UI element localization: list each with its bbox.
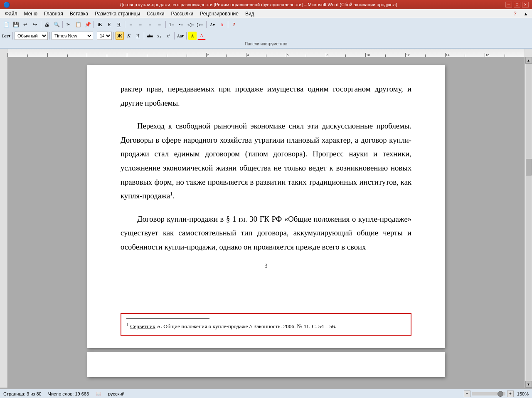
page-number: 3 [121,262,411,269]
cut-button[interactable]: ✂ [64,20,73,29]
vertical-scrollbar: ▲ ▼ [525,57,532,388]
font-select[interactable]: Times New [52,32,93,40]
title-bar-icon: 🔵 [3,2,10,8]
font-color-button[interactable]: A [217,20,227,29]
bullets-button[interactable]: •≡ [177,20,186,29]
footnote-author: Серветник [130,323,155,329]
toolbar-row-1: 📄 💾 ↩ ↪ 🖨 🔍 ✂ 📋 📌 Ж К Ч ≡ ≡ ≡ ≡ 1≡ •≡ ◁≡… [2,19,530,30]
maximize-button[interactable]: □ [514,2,520,7]
sep3 [94,21,94,28]
sep1 [41,21,41,28]
menu-references[interactable]: Ссылки [143,9,167,18]
menu-mailings[interactable]: Рассылки [167,9,197,18]
subscript-button[interactable]: x₁ [155,32,163,40]
menu-insert[interactable]: Вставка [66,9,92,18]
document-container[interactable]: рактер прав, передаваемых при продаже им… [7,57,525,388]
sep2 [62,21,63,28]
menu-review[interactable]: Рецензирование [197,9,242,18]
fsep2 [49,32,50,40]
align-center-button[interactable]: ≡ [136,20,145,29]
zoom-in-button[interactable]: + [507,391,514,397]
strikethrough-button[interactable]: abe [146,32,154,40]
fsep6 [174,32,175,40]
underline-button[interactable]: Ч [134,32,142,40]
print-button[interactable]: 🖨 [42,20,52,29]
highlight2-button[interactable]: A [188,32,197,40]
footnote-separator [126,318,209,319]
status-bar-right: − + 150% [464,391,529,397]
copy-button[interactable]: 📋 [74,20,83,29]
minimize-button[interactable]: ─ [505,2,512,7]
menu-menu[interactable]: Меню [21,9,41,18]
save-button[interactable]: 💾 [11,20,20,29]
case-button[interactable]: Aa▾ [176,32,185,40]
footnote-area: 1 Серветник А. Общие положения о купле-п… [121,313,411,336]
document-page: рактер прав, передаваемых при продаже им… [87,65,445,348]
paragraph-2: Переход к свободной рыночной экономике с… [121,119,411,203]
sep7 [228,21,228,28]
sep6 [206,21,207,28]
highlight-button[interactable]: A▾ [208,20,217,29]
italic-tb-button[interactable]: К [105,20,114,29]
superscript-button[interactable]: x² [164,32,172,40]
sep4 [125,21,125,28]
close-button[interactable]: ✕ [522,2,529,7]
menu-layout[interactable]: Разметка страницы [91,9,143,18]
word-count: Число слов: 19 663 [48,391,89,396]
size-select[interactable]: 14 [97,32,112,40]
help2-button[interactable]: ? [229,20,239,29]
page-status: Страница: 3 из 80 [3,391,42,396]
zoom-control: − + 150% [464,391,529,397]
status-bar: Страница: 3 из 80 Число слов: 19 663 📖 р… [0,389,532,398]
underline-tb-button[interactable]: Ч [114,20,123,29]
scroll-down-button[interactable]: ▼ [525,381,532,388]
style-select[interactable]: Обычный [15,32,48,40]
indent-decrease-button[interactable]: ◁≡ [186,20,195,29]
format-all-button[interactable]: Все▾ [2,31,11,40]
zoom-out-button[interactable]: − [464,391,470,397]
align-right-button[interactable]: ≡ [145,20,155,29]
title-bar-controls: ─ □ ✕ [505,2,529,7]
menu-view[interactable]: Вид [242,9,258,18]
bold-button[interactable]: Ж [116,32,124,40]
preview-button[interactable]: 🔍 [52,20,61,29]
fsep4 [113,32,114,40]
ruler-container: 24681012141618 [0,49,532,57]
zoom-slider[interactable] [472,392,505,396]
paste-button[interactable]: 📌 [83,20,92,29]
fsep3 [95,32,95,40]
new-button[interactable]: 📄 [2,20,11,29]
title-bar: 🔵 Договор купли-продажи, его разновиднос… [0,0,532,9]
paragraph-1: рактер прав, передаваемых при продаже им… [121,82,411,110]
title-bar-text: Договор купли-продажи, его разновидности… [12,2,505,7]
format-bar: Все▾ Обычный Times New 14 Ж К Ч abe x₁ x… [2,30,530,41]
vertical-ruler [0,57,7,388]
ruler-side [0,49,7,57]
italic-button[interactable]: К [125,32,133,40]
redo-button[interactable]: ↪ [30,20,39,29]
menu-home[interactable]: Главная [41,9,66,18]
help-button[interactable]: ? [510,9,520,18]
fsep1 [12,32,13,40]
align-justify-button[interactable]: ≡ [155,20,164,29]
undo-button[interactable]: ↩ [21,20,30,29]
font-color2-button[interactable]: A [197,32,206,40]
footnote-ref-1: 1 [170,191,172,197]
paragraph-3: Договор купли-продажи в § 1 гл. 30 ГК РФ… [121,212,411,254]
footnote-number: 1 [126,321,129,327]
scroll-up-button[interactable]: ▲ [525,57,532,64]
menu-file[interactable]: Файл [2,9,21,18]
fsep7 [186,32,187,40]
ribbon: 📄 💾 ↩ ↪ 🖨 🔍 ✂ 📋 📌 Ж К Ч ≡ ≡ ≡ ≡ 1≡ •≡ ◁≡… [0,18,532,49]
ruler: 24681012141618 [7,49,525,57]
footnote-text: 1 Серветник А. Общие положения о купле-п… [126,321,406,331]
scroll-track[interactable] [526,64,532,381]
align-left-button[interactable]: ≡ [126,20,135,29]
scroll-thumb[interactable] [526,159,532,176]
zoom-thumb [498,391,503,397]
ribbon-toggle[interactable]: ▲ [521,9,530,18]
next-page-preview [87,352,445,377]
indent-increase-button[interactable]: ▷≡ [196,20,205,29]
bold-tb-button[interactable]: Ж [95,20,104,29]
numbering-button[interactable]: 1≡ [167,20,176,29]
